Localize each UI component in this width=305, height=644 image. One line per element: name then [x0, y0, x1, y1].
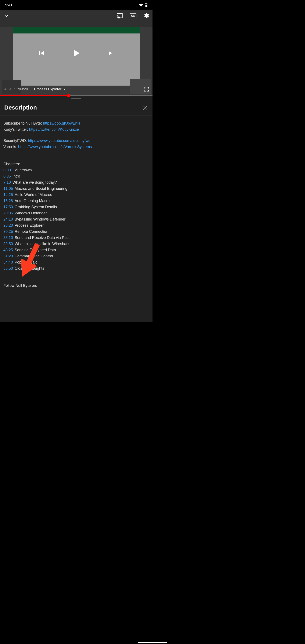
chapter-row: 56:50 Closing Thoughts: [4, 266, 149, 271]
chapter-timestamp[interactable]: 24:10: [4, 216, 13, 222]
chapter-timestamp[interactable]: 39:50: [4, 241, 13, 247]
chapter-title: Remote Connection: [14, 229, 48, 234]
description-panel: Description Subscribe to Null Byte: http…: [0, 100, 152, 322]
chapter-row: 7:10 What are we doing today?: [4, 180, 149, 185]
next-button[interactable]: [108, 49, 115, 57]
progress-thumb[interactable]: [67, 94, 70, 98]
chapter-title: Closing Thoughts: [14, 266, 44, 271]
chapters-list: 0:00 Countdown0:35 Intro7:10 What are we…: [4, 167, 149, 271]
total-time: 1:03:20: [16, 87, 28, 91]
svg-rect-2: [146, 5, 147, 7]
subscribe-label: Subscribe to Null Byte:: [4, 121, 43, 126]
chapter-row: 54:40 Popping Calc: [4, 260, 149, 265]
chapter-timestamp[interactable]: 11:05: [4, 186, 13, 192]
progress-bar[interactable]: [0, 95, 152, 96]
chapter-timestamp[interactable]: 0:35: [4, 174, 11, 179]
svg-text:CC: CC: [131, 14, 135, 17]
chapter-title: Bypassing Windows Defender: [14, 216, 66, 222]
chapter-timestamp[interactable]: 20:35: [4, 210, 13, 216]
status-indicators: [139, 3, 148, 7]
status-time: 9:41: [5, 3, 12, 8]
follow-heading: Follow Null Byte on:: [4, 283, 149, 288]
chapter-title: Hello World of Macros: [14, 192, 52, 198]
chapter-title: What are we doing today?: [12, 180, 57, 185]
chapter-title: Countdown: [12, 167, 32, 173]
chapter-row: 35:10 Send and Receive Data via Post: [4, 235, 149, 241]
cast-icon[interactable]: [116, 13, 123, 18]
securityfwd-link[interactable]: https://www.youtube.com/securityfwd: [28, 138, 90, 143]
chapter-timestamp[interactable]: 16:28: [4, 198, 13, 204]
chapter-title: Intro: [12, 174, 20, 179]
chapter-timestamp[interactable]: 30:25: [4, 229, 13, 234]
chapter-title: Popping Calc: [14, 260, 37, 265]
chapter-row: 16:28 Auto Opening Macro: [4, 198, 149, 204]
chapter-timestamp[interactable]: 0:00: [4, 167, 11, 173]
chapter-row: 0:00 Countdown: [4, 167, 149, 173]
chapter-title: Command and Control: [14, 253, 53, 259]
chevron-right-icon: [63, 88, 66, 91]
chapter-timestamp[interactable]: 51:20: [4, 253, 13, 259]
current-time: 28:20: [4, 87, 12, 91]
subscribe-link[interactable]: https://goo.gl/J6wEnH: [43, 121, 80, 126]
description-body[interactable]: Subscribe to Null Byte: https://goo.gl/J…: [0, 116, 152, 294]
close-button[interactable]: [142, 104, 148, 111]
chapter-timestamp[interactable]: 43:25: [4, 247, 13, 253]
dot-separator: ·: [30, 87, 32, 91]
chapter-title: Process Explorer: [14, 223, 44, 228]
chapter-timestamp[interactable]: 17:50: [4, 204, 13, 210]
varonis-link[interactable]: https://www.youtube.com/c/VaronisSystems: [18, 145, 92, 149]
kody-twitter-label: Kody's Twitter:: [4, 127, 29, 132]
play-button[interactable]: [70, 47, 82, 59]
chapter-row: 28:20 Process Explorer: [4, 223, 149, 228]
chapter-timestamp[interactable]: 35:10: [4, 235, 13, 241]
previous-button[interactable]: [37, 49, 45, 57]
battery-icon: [145, 3, 148, 7]
chapter-title: Send and Receive Data via Post: [14, 235, 70, 241]
chapter-row: 43:25 Sending Encrypted Data: [4, 247, 149, 253]
chapter-row: 30:25 Remote Connection: [4, 229, 149, 234]
captions-icon[interactable]: CC: [130, 13, 136, 18]
chapter-timestamp[interactable]: 56:50: [4, 266, 13, 271]
chapter-row: 14:25 Hello World of Macros: [4, 192, 149, 198]
wifi-icon: [139, 4, 143, 7]
securityfwd-label: SecurityFWD:: [4, 138, 28, 143]
chapter-title: Macros and Social Engineering: [14, 186, 67, 192]
chapter-timestamp[interactable]: 54:40: [4, 260, 13, 265]
chapter-row: 51:20 Command and Control: [4, 253, 149, 259]
panel-drag-handle[interactable]: [0, 96, 152, 100]
chapter-row: 20:35 Windows Defender: [4, 210, 149, 216]
fullscreen-button[interactable]: [144, 86, 149, 92]
time-separator: /: [14, 87, 15, 91]
chapter-title: Auto Opening Macro: [14, 198, 50, 204]
video-player[interactable]: CC 28:20 / 1:03:20 · Process Explorer: [0, 10, 152, 96]
chapter-title: Sending Encrypted Data: [14, 247, 56, 253]
settings-gear-icon[interactable]: [143, 13, 149, 19]
chapters-heading: Chapters:: [4, 161, 149, 167]
chapter-row: 0:35 Intro: [4, 174, 149, 179]
chapter-row: 17:50 Grabbing System Details: [4, 204, 149, 210]
progress-fill: [0, 95, 68, 96]
chapter-title: Windows Defender: [14, 210, 47, 216]
chapter-row: 39:50 What this looks like in Wireshark: [4, 241, 149, 247]
varonis-label: Varonis:: [4, 145, 18, 149]
chapter-timestamp[interactable]: 14:25: [4, 192, 13, 198]
kody-twitter-link[interactable]: https://twitter.com/KodyKinzie: [29, 127, 79, 132]
current-chapter-label: Process Explorer: [34, 87, 62, 91]
time-and-chapter[interactable]: 28:20 / 1:03:20 · Process Explorer: [4, 87, 66, 91]
chapter-title: What this looks like in Wireshark: [14, 241, 70, 247]
chapter-timestamp[interactable]: 7:10: [4, 180, 11, 185]
status-bar: 9:41: [0, 0, 152, 10]
chapter-row: 11:05 Macros and Social Engineering: [4, 186, 149, 192]
collapse-player-button[interactable]: [4, 13, 9, 19]
description-heading: Description: [4, 104, 37, 111]
chapter-row: 24:10 Bypassing Windows Defender: [4, 216, 149, 222]
chapter-title: Grabbing System Details: [14, 204, 57, 210]
chapter-timestamp[interactable]: 28:20: [4, 223, 13, 228]
